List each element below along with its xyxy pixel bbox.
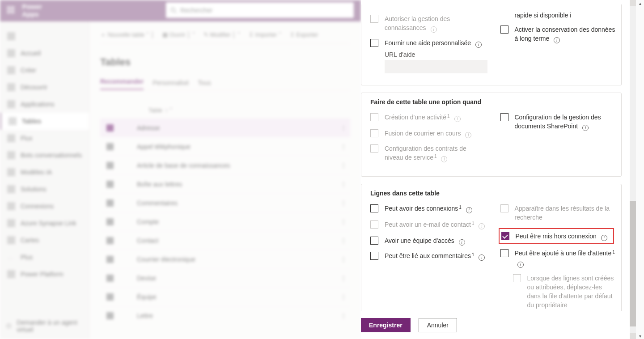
- help-url-input: [385, 60, 487, 73]
- opt-resultats-recherche: Apparaître dans les résultats de la rech…: [500, 204, 616, 222]
- opt-label: Autoriser la gestion des connaissances: [385, 15, 450, 31]
- checkbox[interactable]: [501, 232, 509, 240]
- section-title: Lignes dans cette table: [370, 190, 621, 197]
- opt-label: Configuration des contrats de niveau de …: [385, 145, 466, 161]
- checkbox: [370, 15, 378, 23]
- checkbox[interactable]: [370, 237, 378, 245]
- opt-label: Activer la conservation des données à lo…: [515, 26, 615, 42]
- checkbox[interactable]: [500, 25, 508, 34]
- help-url-label: URL d'aide: [385, 51, 486, 58]
- scroll-down-icon[interactable]: [630, 333, 636, 339]
- opt-label: Fusion de courrier en cours: [385, 130, 461, 137]
- info-icon[interactable]: i: [479, 223, 485, 229]
- properties-panel: Autoriser la gestion des connaissances i…: [361, 0, 636, 339]
- window-scrollbar[interactable]: ▴ ▾: [636, 0, 644, 339]
- checkbox: [370, 144, 378, 153]
- info-icon[interactable]: i: [466, 207, 472, 213]
- opt-label: Peut avoir des connexions: [385, 205, 458, 212]
- opt-creation-activite: Création d'une activité1 i: [370, 113, 486, 123]
- opt-hors-connexion[interactable]: Peut être mis hors connexion i: [501, 232, 611, 241]
- opt-label: Peut être lié aux commentaires: [385, 252, 471, 259]
- checkbox: [370, 129, 378, 137]
- checkbox[interactable]: [370, 39, 378, 47]
- opt-file-attente[interactable]: Peut être ajouté à une file d'attente1 i: [500, 249, 616, 267]
- opt-email-contact: Peut avoir un e-mail de contact1 i: [370, 220, 486, 230]
- opt-conservation-long-terme[interactable]: Activer la conservation des données à lo…: [500, 25, 616, 43]
- opt-label: Création d'une activité: [385, 114, 446, 121]
- checkbox: [370, 220, 378, 229]
- opt-connexions[interactable]: Peut avoir des connexions1 i: [370, 204, 486, 214]
- checkbox[interactable]: [500, 249, 508, 257]
- save-button[interactable]: Enregistrer: [361, 318, 411, 332]
- info-icon[interactable]: i: [479, 254, 485, 261]
- highlighted-option: Peut être mis hors connexion i: [499, 228, 614, 244]
- info-icon[interactable]: i: [601, 235, 607, 241]
- panel-section-general: Autoriser la gestion des connaissances i…: [361, 4, 622, 85]
- opt-file-attente-default: Lorsque des lignes sont créées ou attrib…: [513, 274, 616, 309]
- checkbox[interactable]: [370, 204, 378, 212]
- opt-label: Peut être mis hors connexion: [516, 233, 597, 240]
- opt-label: Avoir une équipe d'accès: [385, 237, 454, 244]
- checkbox[interactable]: [500, 113, 508, 121]
- panel-section-rows: Lignes dans cette table Peut avoir des c…: [361, 184, 622, 311]
- scroll-up-icon[interactable]: [630, 0, 636, 6]
- opt-equipe-acces[interactable]: Avoir une équipe d'accès i: [370, 236, 486, 245]
- panel-section-option-when: Faire de cette table une option quand Cr…: [361, 93, 622, 177]
- checkbox[interactable]: [370, 252, 378, 260]
- info-icon[interactable]: i: [465, 132, 471, 138]
- opt-label: Fournir une aide personnalisée: [385, 39, 471, 47]
- panel-footer: Enregistrer Annuler: [361, 311, 636, 339]
- cancel-button[interactable]: Annuler: [419, 318, 457, 332]
- panel-scrollbar[interactable]: [630, 0, 636, 339]
- info-icon[interactable]: i: [475, 42, 482, 48]
- scroll-down-icon[interactable]: ▾: [637, 333, 643, 339]
- opt-label: rapide si disponible: [515, 12, 568, 19]
- opt-commentaires[interactable]: Peut être lié aux commentaires1 i: [370, 251, 486, 261]
- info-icon[interactable]: i: [454, 116, 461, 122]
- info-icon[interactable]: i: [554, 37, 560, 43]
- info-icon[interactable]: i: [441, 156, 447, 162]
- checkbox: [370, 113, 378, 121]
- info-icon[interactable]: i: [517, 262, 524, 268]
- opt-label: Lorsque des lignes sont créées ou attrib…: [527, 275, 614, 309]
- info-icon[interactable]: i: [431, 26, 437, 33]
- opt-sla: Configuration des contrats de niveau de …: [370, 144, 486, 163]
- info-icon[interactable]: i: [570, 12, 571, 19]
- opt-autoriser-connaissances: Autoriser la gestion des connaissances i: [370, 14, 486, 32]
- scroll-up-icon[interactable]: ▴: [637, 0, 643, 6]
- section-title: Faire de cette table une option quand: [370, 98, 621, 106]
- opt-aide-personnalisee[interactable]: Fournir une aide personnalisée i: [370, 38, 486, 47]
- checkbox: [513, 274, 521, 282]
- opt-label: Peut être ajouté à une file d'attente: [515, 250, 612, 257]
- info-icon[interactable]: i: [459, 239, 465, 246]
- opt-sharepoint-docs[interactable]: Configuration de la gestion des document…: [500, 113, 616, 131]
- opt-label: Apparaître dans les résultats de la rech…: [515, 205, 610, 221]
- scroll-thumb[interactable]: [630, 201, 636, 326]
- opt-fusion-courrier: Fusion de courrier en cours i: [370, 129, 486, 138]
- info-icon[interactable]: i: [582, 125, 589, 131]
- checkbox: [500, 204, 508, 212]
- opt-label: Peut avoir un e-mail de contact: [385, 221, 471, 228]
- modal-overlay: [0, 0, 361, 339]
